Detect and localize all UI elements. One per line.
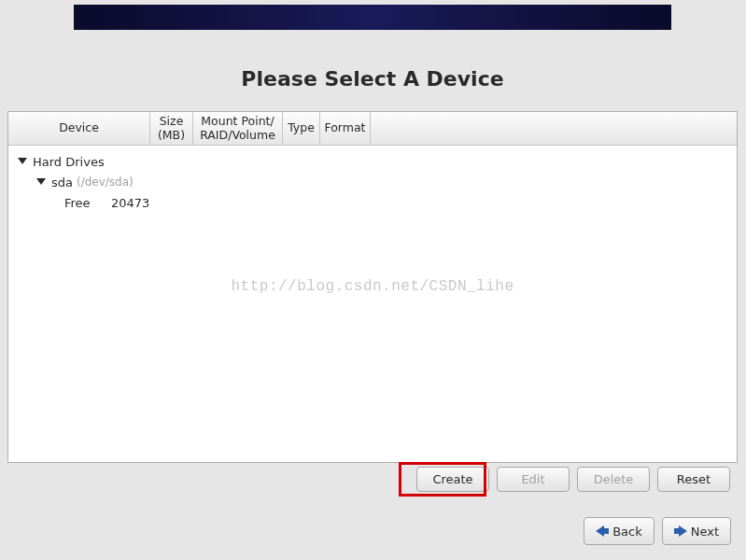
triangle-down-icon[interactable] xyxy=(36,178,46,185)
back-label: Back xyxy=(612,525,642,539)
delete-button: Delete xyxy=(577,467,650,492)
device-tree[interactable]: Hard Drives sda (/dev/sda) Free 20473 ht… xyxy=(8,146,737,455)
arrow-left-icon xyxy=(596,525,609,537)
tree-row-free[interactable]: Free 20473 xyxy=(14,192,737,213)
col-format[interactable]: Format xyxy=(320,112,371,145)
tree-row-sda[interactable]: sda (/dev/sda) xyxy=(14,172,737,192)
next-button[interactable]: Next xyxy=(662,517,731,545)
header-banner xyxy=(74,5,671,30)
disk-label: sda xyxy=(51,175,73,189)
tree-row-hard-drives[interactable]: Hard Drives xyxy=(14,151,737,172)
table-header: Device Size (MB) Mount Point/ RAID/Volum… xyxy=(8,112,737,146)
col-spacer xyxy=(371,112,737,145)
triangle-down-icon[interactable] xyxy=(18,158,27,164)
nav-button-row: Back Next xyxy=(584,517,731,545)
col-type[interactable]: Type xyxy=(283,112,320,145)
col-device[interactable]: Device xyxy=(8,112,150,145)
page-title: Please Select A Device xyxy=(7,47,738,112)
back-button[interactable]: Back xyxy=(584,517,655,545)
next-label: Next xyxy=(691,525,719,539)
reset-button[interactable]: Reset xyxy=(657,467,730,492)
edit-button: Edit xyxy=(497,467,570,492)
action-button-row: Create Edit Delete Reset xyxy=(7,467,738,492)
hard-drives-label: Hard Drives xyxy=(33,155,105,169)
device-panel: Please Select A Device Device Size (MB) … xyxy=(7,47,738,463)
free-size: 20473 xyxy=(111,196,149,210)
create-button[interactable]: Create xyxy=(416,467,489,492)
arrow-right-icon xyxy=(674,525,687,537)
disk-path: (/dev/sda) xyxy=(77,175,134,189)
col-size[interactable]: Size (MB) xyxy=(150,112,193,145)
free-label: Free xyxy=(64,196,91,210)
watermark-text: http://blog.csdn.net/CSDN_lihe xyxy=(8,278,737,295)
col-mount[interactable]: Mount Point/ RAID/Volume xyxy=(193,112,283,145)
